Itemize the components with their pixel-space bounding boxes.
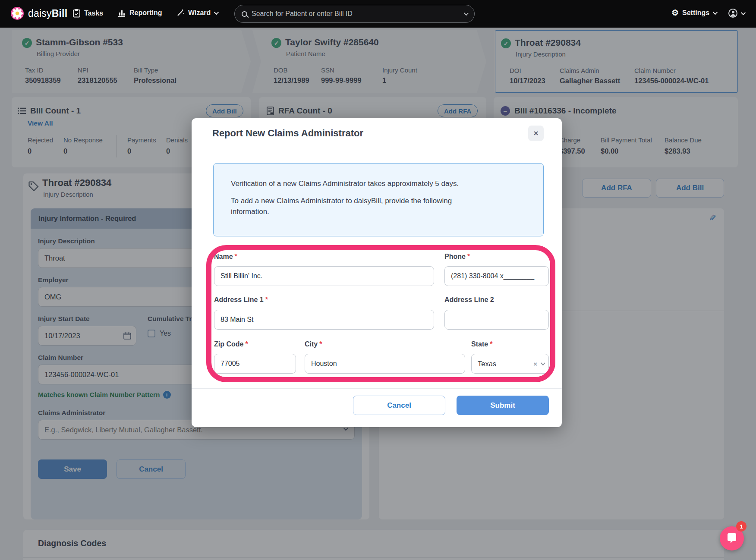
state-label: State* — [471, 340, 492, 348]
chevron-down-icon — [741, 10, 746, 15]
address-line-1-label: Address Line 1* — [214, 296, 268, 304]
search-icon — [242, 11, 247, 17]
phone-label: Phone* — [444, 253, 470, 261]
search-input[interactable] — [252, 10, 460, 18]
required-marker: * — [235, 253, 237, 261]
chat-unread-badge: 1 — [736, 521, 747, 532]
required-marker: * — [319, 340, 322, 348]
clipboard-icon — [72, 9, 81, 18]
nav-tasks[interactable]: Tasks — [72, 9, 103, 18]
close-button[interactable]: × — [528, 126, 544, 141]
global-search[interactable] — [234, 5, 475, 23]
wand-icon — [176, 9, 185, 17]
address-line-2-input[interactable] — [444, 310, 549, 330]
nav-wizard[interactable]: Wizard — [176, 9, 217, 17]
nav-reporting[interactable]: Reporting — [117, 9, 162, 17]
required-marker: * — [265, 296, 268, 304]
required-marker: * — [245, 340, 248, 348]
modal-submit-button[interactable]: Submit — [457, 396, 549, 415]
city-label: City* — [305, 340, 322, 348]
user-icon — [728, 9, 737, 18]
state-select[interactable]: Texas × — [471, 354, 549, 374]
required-marker: * — [490, 340, 492, 348]
report-new-claims-administrator-modal: Report New Claims Administrator × Verifi… — [192, 118, 562, 427]
nav-reporting-label: Reporting — [129, 9, 162, 17]
top-nav: daisyBill Tasks Reporting Wizard ⚙ — [0, 0, 756, 28]
divider — [192, 149, 562, 149]
nav-account[interactable] — [728, 9, 744, 18]
address-line-2-label: Address Line 2 — [444, 296, 494, 304]
brand[interactable]: daisyBill — [10, 6, 67, 20]
zip-code-label: Zip Code* — [214, 340, 248, 348]
gear-icon: ⚙ — [671, 9, 679, 17]
nav-settings-label: Settings — [682, 9, 709, 17]
chevron-down-icon — [713, 9, 718, 14]
chevron-down-icon[interactable] — [464, 11, 469, 16]
state-select-value: Texas — [478, 360, 530, 368]
nav-tasks-label: Tasks — [84, 9, 103, 17]
chevron-down-icon[interactable] — [541, 361, 545, 365]
daisybill-logo-icon — [10, 6, 24, 20]
required-marker: * — [467, 253, 470, 261]
phone-input[interactable] — [444, 266, 549, 286]
info-line-2: To add a new Claims Administrator to dai… — [231, 195, 490, 217]
modal-cancel-button[interactable]: Cancel — [353, 396, 445, 415]
nav-wizard-label: Wizard — [188, 9, 211, 17]
city-input[interactable] — [305, 354, 465, 374]
chevron-down-icon — [214, 10, 219, 15]
name-label: Name* — [214, 253, 237, 261]
zip-code-input[interactable] — [214, 354, 296, 374]
modal-title: Report New Claims Administrator — [212, 128, 363, 139]
info-banner: Verification of a new Claims Administrat… — [213, 163, 544, 236]
brand-name: daisyBill — [28, 8, 67, 19]
nav-settings[interactable]: ⚙ Settings — [671, 9, 716, 17]
divider — [192, 388, 562, 389]
chat-bubble-icon — [726, 533, 737, 544]
address-line-1-input[interactable] — [214, 310, 434, 330]
close-icon: × — [533, 129, 538, 138]
name-input[interactable] — [214, 266, 434, 286]
info-line-1: Verification of a new Claims Administrat… — [231, 178, 490, 189]
clear-icon[interactable]: × — [533, 360, 537, 368]
bar-chart-icon — [117, 9, 126, 17]
